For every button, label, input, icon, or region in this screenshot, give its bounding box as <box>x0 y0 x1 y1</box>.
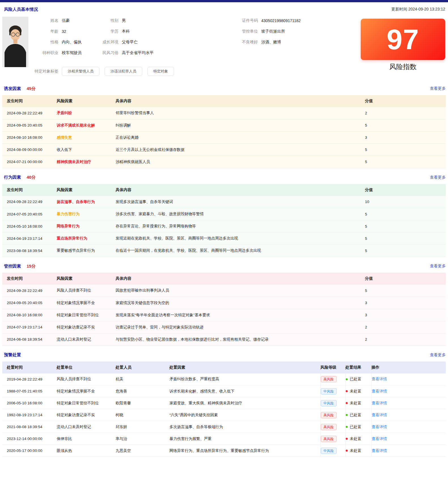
cell-score: 2 <box>365 107 446 119</box>
section-behavior-factors: 行为因素 40分 查看更多 发生时间 风险因素 具体内容 分值 2024-09-… <box>0 174 448 257</box>
factor-row: 2024-09-05 20:40:05 诉求不满或长期未化解 纠纷调解 5 <box>2 119 446 131</box>
cell-time: 2024-06-08 18:39:54 <box>2 333 57 345</box>
field-value: 伍豪 <box>62 18 70 23</box>
status-dot-icon <box>346 450 348 452</box>
cell-disposal-result: 未处置 <box>345 385 371 397</box>
cell-risk-level: 高风险 <box>320 421 345 433</box>
cell-disposal-factor: 暴力伤害行为频繁、严重 <box>169 433 320 445</box>
view-detail-link[interactable]: 查看详情 <box>372 401 387 405</box>
factor-row: 2023-08-08 18:39:54 重要敏感节点异常行为 在临近十一国庆期间… <box>2 245 446 257</box>
risk-level-badge: 中风险 <box>321 400 337 406</box>
cell-disposal-unit: 特定对象情况掌握不全 <box>57 385 116 397</box>
section-header: 管控因素 15分 查看更多 <box>2 263 446 269</box>
cell-factor: 矛盾纠纷 <box>57 107 116 119</box>
field-label: 性别 <box>96 18 118 23</box>
profile-fields-col1: 姓名 伍豪 年龄 32 性格 内向、偏执 特种职业 校车驾驶员 <box>35 15 82 58</box>
cell-factor: 特定对象访查记录不实 <box>57 321 116 333</box>
view-detail-link[interactable]: 查看详情 <box>372 437 387 441</box>
cell-content: 因故意犯罪被作出刑事判决人员 <box>116 285 365 297</box>
factor-row: 2024-09-05 20:40:05 特定对象情况掌握不全 家庭情况等关键信息… <box>2 297 446 309</box>
cell-disposal-unit: 流动人口未及时登记 <box>57 421 116 433</box>
status-dot-icon <box>346 378 348 380</box>
cell-action: 查看详情 <box>371 409 446 421</box>
cell-factor: 诉求不满或长期未化解 <box>57 119 116 131</box>
cell-risk-level: 高风险 <box>320 409 345 421</box>
cell-time: 2024-08-09 00:00:00 <box>2 144 57 156</box>
cell-risk-level: 中风险 <box>320 397 345 409</box>
risk-level-badge: 中风险 <box>321 388 337 394</box>
view-more-link[interactable]: 查看更多 <box>430 86 446 91</box>
view-more-link[interactable]: 查看更多 <box>430 264 446 269</box>
status-dot-icon <box>346 438 348 440</box>
cell-score: 5 <box>365 285 446 297</box>
view-detail-link[interactable]: 查看详情 <box>372 413 387 417</box>
risk-level-badge: 高风险 <box>321 412 337 418</box>
view-detail-link[interactable]: 查看详情 <box>372 449 387 453</box>
col-header-time: 发生时间 <box>2 273 57 285</box>
result-text: 已处置 <box>350 413 362 418</box>
field-value: 校车驾驶员 <box>62 50 82 55</box>
status-dot-icon <box>346 426 348 428</box>
cell-factor: 收入低下 <box>57 144 116 156</box>
cell-disposal-time: 2006-05-10 16:08:00 <box>2 397 57 409</box>
cell-disposal-factor: 诉求长期未化解、感情失意、收入低下 <box>169 385 320 397</box>
cell-risk-level: 中风险 <box>320 445 345 457</box>
cell-risk-level: 高风险 <box>320 433 345 445</box>
cell-disposal-person: 危海善 <box>116 385 169 397</box>
cell-score: 5 <box>365 119 446 131</box>
col-header-factor: 风险因素 <box>57 95 116 107</box>
special-object-tag[interactable]: 涉违法犯罪人员 <box>105 67 142 76</box>
cell-content: 涉多次伤害、家庭暴力、斗殴、故意损毁财物等警情 <box>116 208 365 220</box>
disposal-row: 1992-08-19 23:17:14 特定对象访查记录不实 柯晓 “六失”诱因… <box>2 409 446 421</box>
risk-index-card: 97 <box>361 19 445 60</box>
view-detail-link[interactable]: 查看详情 <box>372 389 387 393</box>
col-header-score: 分值 <box>365 95 446 107</box>
field-label: 特种职业 <box>35 50 58 55</box>
cell-action: 查看详情 <box>371 385 446 397</box>
cell-content: 在临近十一国庆期间，在党政机关、学校、医院、景区、商圈等同一地点周边多次出现 <box>116 245 365 257</box>
cell-disposal-person: 九思美空 <box>116 445 169 457</box>
disposal-row: 2019-04-28 22:22:49 风险人员排查不到位 杭美 矛盾纠纷次数多… <box>2 373 446 385</box>
cell-action: 查看详情 <box>371 373 446 385</box>
profile-fields-col3: 证件号码 430502199809171182 管控单位 坡子街派出所 不良嗜好… <box>223 15 301 48</box>
section-score: 15分 <box>27 264 36 269</box>
cell-action: 查看详情 <box>371 433 446 445</box>
disposal-result-status: 未处置 <box>346 389 362 394</box>
tags-label: 特定对象标签 <box>35 69 58 74</box>
view-detail-link[interactable]: 查看详情 <box>372 425 387 429</box>
factor-row: 2024-07-19 23:17:14 特定对象访查记录不实 访查记录过于简单、… <box>2 321 446 333</box>
field-value: 430502199809171182 <box>261 18 301 23</box>
result-text: 未处置 <box>350 448 362 453</box>
factor-row: 2024-09-28 22:22:49 矛盾纠纷 邻里等纠纷警情当事人 2 <box>2 107 446 119</box>
cell-score: 3 <box>365 309 446 321</box>
cell-disposal-unit: 特定对象日常管控不到位 <box>57 397 116 409</box>
cell-factor: 网络异常行为 <box>57 220 116 232</box>
cell-content: 近三个月及以上无公积金或社保缴存数据 <box>116 144 365 156</box>
cell-content: 邻里等纠纷警情当事人 <box>116 107 365 119</box>
profile-field: 管控单位 坡子街派出所 <box>223 26 301 37</box>
cell-content: 发现近期在党政机关、学校、医院、景区、商圈等同一地点周边多次出现 <box>116 232 365 245</box>
section-header: 行为因素 40分 查看更多 <box>2 174 446 181</box>
col-header-content: 具体内容 <box>116 273 365 285</box>
special-object-tag[interactable]: 涉相关警情人员 <box>62 67 99 76</box>
field-label: 年龄 <box>35 29 58 34</box>
special-object-tags-row: 特定对象标签 涉相关警情人员涉违法犯罪人员特定对象 <box>35 67 179 76</box>
col-header-score: 分值 <box>365 184 446 196</box>
cell-content: 存在异常言论、异常搜索行为、异常网络购物等 <box>116 220 365 232</box>
profile-field: 证件号码 430502199809171182 <box>223 15 301 26</box>
view-detail-link[interactable]: 查看详情 <box>372 377 387 381</box>
cell-disposal-unit: 特定对象访查记录不实 <box>57 409 116 421</box>
table-header-row: 处置时间 处置单位 处置人员 处置因素 风险等级 处置结果 操作 <box>2 362 446 373</box>
view-more-link[interactable]: 查看更多 <box>430 175 446 180</box>
factor-row: 2024-08-10 16:08:00 感情失意 正在诉讼离婚 3 <box>2 131 446 144</box>
cell-score: 3 <box>365 297 446 309</box>
special-object-tag[interactable]: 特定对象 <box>147 67 174 76</box>
cell-time: 2024-04-19 23:17:14 <box>2 232 57 245</box>
profile-field: 学历 本科 <box>96 26 154 37</box>
status-dot-icon <box>346 402 348 404</box>
col-header-disposal-unit: 处置单位 <box>57 362 116 373</box>
profile-field: 姓名 伍豪 <box>35 15 82 26</box>
view-more-link[interactable]: 查看更多 <box>430 353 446 358</box>
update-time: 更新时间 2024-09-20 13:23:12 <box>391 7 445 12</box>
field-label: 学历 <box>96 29 118 34</box>
